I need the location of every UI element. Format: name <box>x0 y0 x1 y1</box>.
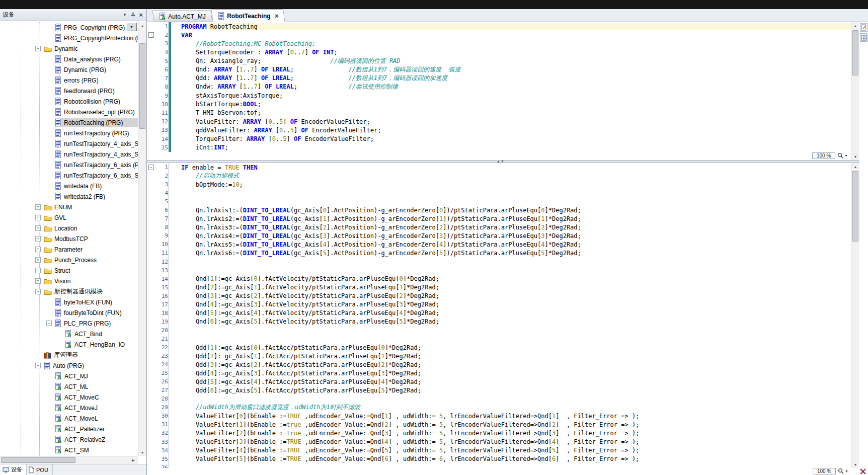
code-line[interactable]: 30 ValueFilter[0](bEnable :=TRUE ,udEnco… <box>147 412 851 420</box>
tree-item[interactable]: AACT_RelativeZ <box>0 434 138 445</box>
tree-item[interactable]: Robotsensefac_opt (PRG) <box>0 107 138 117</box>
tree-item[interactable]: +ModbusTCP <box>0 233 138 244</box>
tree-item[interactable]: AACT_SM <box>0 445 138 455</box>
code-line[interactable]: 15 Qnd[2]:=gc_Axis[1].fActVelocity/ptSta… <box>147 283 851 292</box>
tree-item[interactable]: fourByteToDint (FUN) <box>0 307 138 318</box>
tab-pou[interactable]: POU <box>27 464 53 475</box>
code-line[interactable]: 13 <box>147 266 851 275</box>
tree-item[interactable]: runTestTrajactory_4_axis_SH <box>0 149 138 160</box>
code-line[interactable]: 31 ValueFilter[1](bEnable :=true ,udEnco… <box>147 420 851 429</box>
tree-horizontal-scrollbar[interactable]: ▶ <box>0 456 138 464</box>
tree-item[interactable]: Data_analysis (PRG) <box>0 54 138 64</box>
zoom-level-field[interactable]: 100 % <box>813 468 836 474</box>
tree-item[interactable]: Robotcollision (PRG) <box>0 96 138 107</box>
code-line[interactable]: 27 Qdd[6]:=gc_Axis[5].fActAcc/ptStaticPa… <box>147 386 851 394</box>
fold-collapse-icon[interactable]: − <box>147 32 155 38</box>
code-line[interactable]: 5 Qn: Axisangle_ray; //编码器读回的位置 RAD <box>147 57 851 65</box>
code-line[interactable]: −2VAR <box>147 31 851 39</box>
tree-item[interactable]: AACT_Palletizer <box>0 424 138 434</box>
tree-item[interactable]: −新控制器通讯模块 <box>0 286 138 297</box>
tree-item[interactable]: AACT_MoveJ <box>0 403 138 413</box>
tree-item[interactable]: runTestTrajactory_6_axis (PR <box>0 160 138 170</box>
code-line[interactable]: 32 ValueFilter[2](bEnable :=true ,udEnco… <box>147 429 851 437</box>
code-line[interactable]: 4 SetTorqueEncoder : ARRAY [0..7] OF INT… <box>147 48 851 57</box>
corner-tool-icon[interactable] <box>859 468 866 475</box>
panel-dropdown-icon[interactable]: ▼ <box>121 11 129 19</box>
declaration-view-button[interactable] <box>860 23 867 32</box>
tab-devices[interactable]: 设备 <box>1 464 27 475</box>
tabular-view-button[interactable] <box>860 33 867 42</box>
tab-robotteaching[interactable]: RobotTeaching × <box>211 9 285 22</box>
code-line[interactable]: 23 Qdd[2]:=gc_Axis[1].fActAcc/ptStaticPa… <box>147 352 851 360</box>
tree-item[interactable]: 库管理器 <box>0 350 138 360</box>
code-line[interactable]: 13 qddValueFilter: ARRAY [0..5] OF Encod… <box>147 126 851 134</box>
tree-item[interactable]: runTestTrajactory (PRG) <box>0 128 138 138</box>
tree-item[interactable]: errors (PRG) <box>0 75 138 86</box>
collapse-icon[interactable]: − <box>46 321 52 326</box>
implementation-editor[interactable]: −1IF enable = TRUE THEN2 //启动力矩模式3 bOptM… <box>147 163 851 468</box>
code-line[interactable]: 29 //udWidth为滑动窗口滤波器宽度，udWidth为1时则不滤波 <box>147 403 851 412</box>
code-line[interactable]: 33 ValueFilter[3](bEnable :=TRUE ,udEnco… <box>147 438 851 446</box>
expand-icon[interactable]: + <box>35 225 41 231</box>
expand-icon[interactable]: + <box>35 247 41 252</box>
code-line[interactable]: 18 Qnd[5]:=gc_Axis[4].fActVelocity/ptSta… <box>147 309 851 318</box>
code-line[interactable]: 4 <box>147 189 851 197</box>
scroll-down-icon[interactable]: ▼ <box>851 153 859 160</box>
tab-auto-act-mj[interactable]: A Auto.ACT_MJ <box>152 11 212 22</box>
tree-item[interactable]: AACT_HengBan_IO <box>0 339 138 350</box>
panel-close-icon[interactable]: × <box>137 11 145 19</box>
code-line[interactable]: 35 ValueFilter[5](bEnable :=TRUE ,udEnco… <box>147 455 851 463</box>
code-line[interactable]: 11 Qn.lrAxis6:=(DINT_TO_LREAL(gc_Axis[5]… <box>147 249 851 257</box>
code-line[interactable]: 10 Qn.lrAxis5:=(DINT_TO_LREAL(gc_Axis[4]… <box>147 240 851 249</box>
code-line[interactable]: 3 bOptMode:=10; <box>147 180 851 189</box>
code-line[interactable]: 25 Qdd[4]:=gc_Axis[3].fActAcc/ptStaticPa… <box>147 369 851 377</box>
code-line[interactable]: 16 Qnd[3]:=gc_Axis[2].fActVelocity/ptSta… <box>147 292 851 300</box>
tree-item[interactable]: −PLC_PRG (PRG) <box>0 318 138 329</box>
implementation-vertical-scrollbar[interactable]: ▲ ▼ <box>851 163 859 468</box>
tree-item[interactable]: −Auto (PRG) <box>0 360 138 371</box>
zoom-level-field[interactable]: 100 % <box>812 152 835 159</box>
code-line[interactable]: 14 TorqueFilter: ARRAY [0..5] OF Encoder… <box>147 134 851 143</box>
tree-item[interactable]: PRG_CopyrightProtection (PRG) <box>0 33 138 43</box>
tree-item[interactable]: AACT_MoveL <box>0 413 138 424</box>
code-line[interactable]: 14 Qnd[1]:=gc_Axis[0].fActVelocity/ptSta… <box>147 275 851 283</box>
tree-item[interactable]: AACT_Bind <box>0 329 138 339</box>
scroll-down-icon[interactable]: ▼ <box>851 461 859 468</box>
tree-vertical-scrollbar[interactable]: ▲ ▼ <box>138 22 146 456</box>
expand-icon[interactable]: + <box>35 268 41 273</box>
code-line[interactable]: 10 bStartTorque:BOOL; <box>147 100 851 109</box>
collapse-icon[interactable]: − <box>35 289 41 294</box>
code-line[interactable]: 19 Qnd[6]:=gc_Axis[5].fActVelocity/ptSta… <box>147 318 851 326</box>
code-line[interactable]: 3 //RobotTeaching:MC_RobotTeaching; <box>147 39 851 48</box>
code-line[interactable]: 12 <box>147 258 851 266</box>
tree-item[interactable]: AACT_MoveC <box>0 392 138 403</box>
tree-item[interactable]: runTestTrajactory_4_axis_SA <box>0 138 138 149</box>
code-line[interactable]: 34 ValueFilter[4](bEnable :=TRUE ,udEnco… <box>147 446 851 455</box>
code-line[interactable]: 21 <box>147 335 851 343</box>
scrollbar-thumb[interactable] <box>1 457 75 463</box>
tree-item[interactable]: AACT_ML <box>0 381 138 392</box>
code-line[interactable]: 9 stAxisTorque:AxisTorque; <box>147 92 851 100</box>
code-line[interactable]: 36 <box>147 463 851 468</box>
scrollbar-thumb[interactable] <box>852 30 858 75</box>
code-line[interactable]: 7 Qn.lrAxis2:=(DINT_TO_LREAL(gc_Axis[1].… <box>147 214 851 223</box>
tree-item[interactable]: +GVL <box>0 212 138 223</box>
fold-collapse-icon[interactable]: − <box>147 165 155 170</box>
tree-item[interactable]: writedata (FB) <box>0 181 138 191</box>
tab-close-icon[interactable]: × <box>275 13 278 20</box>
tree-item[interactable]: +Parameter <box>0 244 138 255</box>
tree-item[interactable]: feedforward (PRG) <box>0 86 138 96</box>
expand-icon[interactable]: + <box>35 236 41 242</box>
pin-icon[interactable] <box>129 11 137 19</box>
code-line[interactable]: 6 Qn.lrAxis1:=(DINT_TO_LREAL(gc_Axis[0].… <box>147 206 851 214</box>
collapse-icon[interactable]: − <box>35 363 41 368</box>
scroll-right-icon[interactable]: ▶ <box>130 456 137 464</box>
code-line[interactable]: 9 Qn.lrAxis4:=(DINT_TO_LREAL(gc_Axis[3].… <box>147 231 851 240</box>
scroll-up-icon[interactable]: ▲ <box>851 22 859 29</box>
code-line[interactable]: 7 Qdd: ARRAY [1..7] OF LREAL; //数组从1到7，编… <box>147 74 851 83</box>
scrollbar-thumb[interactable] <box>852 171 858 242</box>
scroll-up-icon[interactable]: ▲ <box>851 163 859 170</box>
tree-item[interactable]: +Struct <box>0 265 138 276</box>
tree-item[interactable]: PRG_Copyright (PRG) <box>0 22 138 33</box>
code-line[interactable]: 20 <box>147 326 851 335</box>
